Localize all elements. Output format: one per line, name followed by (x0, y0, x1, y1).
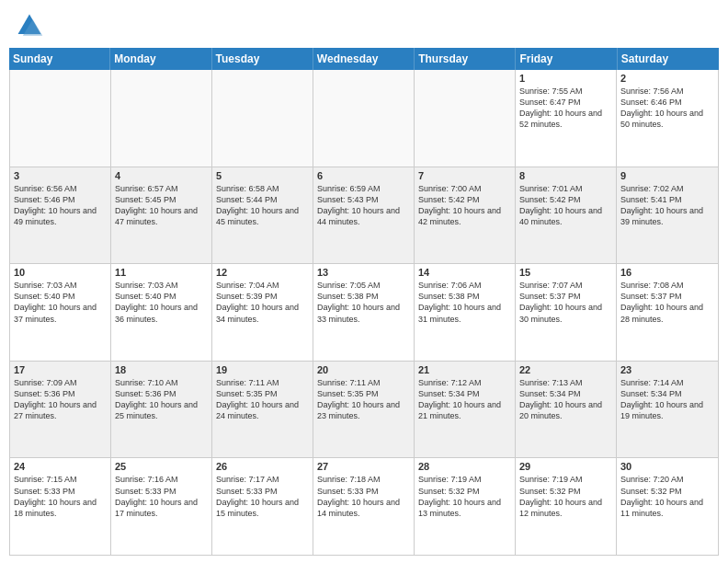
calendar-cell: 23Sunrise: 7:14 AMSunset: 5:34 PMDayligh… (617, 362, 718, 458)
calendar-cell: 24Sunrise: 7:15 AMSunset: 5:33 PMDayligh… (10, 458, 111, 555)
cell-info: Sunrise: 7:17 AMSunset: 5:33 PMDaylight:… (216, 474, 309, 519)
calendar-header: SundayMondayTuesdayWednesdayThursdayFrid… (9, 48, 719, 70)
calendar: SundayMondayTuesdayWednesdayThursdayFrid… (0, 48, 728, 563)
calendar-cell: 10Sunrise: 7:03 AMSunset: 5:40 PMDayligh… (10, 264, 111, 361)
day-number: 13 (317, 267, 410, 278)
cell-info: Sunrise: 7:01 AMSunset: 5:42 PMDaylight:… (519, 183, 612, 228)
cell-info: Sunrise: 7:12 AMSunset: 5:34 PMDaylight:… (418, 377, 511, 422)
calendar-cell: 29Sunrise: 7:19 AMSunset: 5:32 PMDayligh… (516, 458, 617, 555)
day-number: 8 (519, 170, 612, 181)
calendar-cell: 28Sunrise: 7:19 AMSunset: 5:32 PMDayligh… (415, 458, 516, 555)
day-number: 4 (115, 170, 208, 181)
calendar-cell: 19Sunrise: 7:11 AMSunset: 5:35 PMDayligh… (212, 362, 313, 458)
calendar-cell: 26Sunrise: 7:17 AMSunset: 5:33 PMDayligh… (212, 458, 313, 555)
calendar-cell (10, 70, 111, 167)
day-number: 5 (216, 170, 309, 181)
cell-info: Sunrise: 7:04 AMSunset: 5:39 PMDaylight:… (216, 280, 309, 325)
day-number: 9 (620, 170, 714, 181)
cell-info: Sunrise: 7:11 AMSunset: 5:35 PMDaylight:… (317, 377, 410, 422)
calendar-cell (111, 70, 212, 167)
day-number: 3 (14, 170, 107, 181)
cell-info: Sunrise: 7:00 AMSunset: 5:42 PMDaylight:… (418, 183, 511, 228)
weekday-header: Tuesday (212, 48, 313, 70)
cell-info: Sunrise: 7:56 AMSunset: 6:46 PMDaylight:… (620, 86, 714, 131)
cell-info: Sunrise: 7:03 AMSunset: 5:40 PMDaylight:… (14, 280, 107, 325)
calendar-row: 3Sunrise: 6:56 AMSunset: 5:46 PMDaylight… (10, 167, 718, 265)
cell-info: Sunrise: 7:07 AMSunset: 5:37 PMDaylight:… (519, 280, 612, 325)
calendar-body: 1Sunrise: 7:55 AMSunset: 6:47 PMDaylight… (9, 70, 719, 556)
calendar-cell: 4Sunrise: 6:57 AMSunset: 5:45 PMDaylight… (111, 167, 212, 264)
day-number: 25 (115, 461, 208, 472)
cell-info: Sunrise: 7:55 AMSunset: 6:47 PMDaylight:… (519, 86, 612, 131)
day-number: 24 (14, 461, 107, 472)
calendar-cell: 9Sunrise: 7:02 AMSunset: 5:41 PMDaylight… (617, 167, 718, 264)
cell-info: Sunrise: 6:56 AMSunset: 5:46 PMDaylight:… (14, 183, 107, 228)
day-number: 6 (317, 170, 410, 181)
cell-info: Sunrise: 7:18 AMSunset: 5:33 PMDaylight:… (317, 474, 410, 519)
calendar-cell: 12Sunrise: 7:04 AMSunset: 5:39 PMDayligh… (212, 264, 313, 361)
day-number: 12 (216, 267, 309, 278)
cell-info: Sunrise: 6:58 AMSunset: 5:44 PMDaylight:… (216, 183, 309, 228)
day-number: 23 (620, 364, 714, 375)
cell-info: Sunrise: 7:05 AMSunset: 5:38 PMDaylight:… (317, 280, 410, 325)
day-number: 30 (620, 461, 714, 472)
logo (15, 11, 48, 40)
day-number: 14 (418, 267, 511, 278)
weekday-header: Saturday (618, 48, 719, 70)
day-number: 19 (216, 364, 309, 375)
calendar-row: 10Sunrise: 7:03 AMSunset: 5:40 PMDayligh… (10, 264, 718, 362)
header (0, 0, 728, 48)
cell-info: Sunrise: 7:10 AMSunset: 5:36 PMDaylight:… (115, 377, 208, 422)
calendar-row: 17Sunrise: 7:09 AMSunset: 5:36 PMDayligh… (10, 362, 718, 459)
day-number: 10 (14, 267, 107, 278)
cell-info: Sunrise: 7:15 AMSunset: 5:33 PMDaylight:… (14, 474, 107, 519)
weekday-header: Sunday (9, 48, 110, 70)
cell-info: Sunrise: 7:06 AMSunset: 5:38 PMDaylight:… (418, 280, 511, 325)
calendar-cell: 1Sunrise: 7:55 AMSunset: 6:47 PMDaylight… (516, 70, 617, 167)
day-number: 29 (519, 461, 612, 472)
calendar-cell (212, 70, 313, 167)
calendar-cell: 3Sunrise: 6:56 AMSunset: 5:46 PMDaylight… (10, 167, 111, 264)
calendar-cell: 13Sunrise: 7:05 AMSunset: 5:38 PMDayligh… (313, 264, 415, 361)
day-number: 21 (418, 364, 511, 375)
calendar-cell: 5Sunrise: 6:58 AMSunset: 5:44 PMDaylight… (212, 167, 313, 264)
calendar-cell: 27Sunrise: 7:18 AMSunset: 5:33 PMDayligh… (313, 458, 415, 555)
cell-info: Sunrise: 7:16 AMSunset: 5:33 PMDaylight:… (115, 474, 208, 519)
cell-info: Sunrise: 7:09 AMSunset: 5:36 PMDaylight:… (14, 377, 107, 422)
weekday-header: Wednesday (313, 48, 415, 70)
cell-info: Sunrise: 7:02 AMSunset: 5:41 PMDaylight:… (620, 183, 714, 228)
calendar-row: 1Sunrise: 7:55 AMSunset: 6:47 PMDaylight… (10, 70, 718, 167)
calendar-row: 24Sunrise: 7:15 AMSunset: 5:33 PMDayligh… (10, 458, 718, 555)
weekday-header: Friday (516, 48, 617, 70)
day-number: 17 (14, 364, 107, 375)
calendar-cell: 18Sunrise: 7:10 AMSunset: 5:36 PMDayligh… (111, 362, 212, 458)
calendar-cell: 11Sunrise: 7:03 AMSunset: 5:40 PMDayligh… (111, 264, 212, 361)
weekday-header: Thursday (415, 48, 516, 70)
calendar-cell (313, 70, 415, 167)
calendar-cell: 7Sunrise: 7:00 AMSunset: 5:42 PMDaylight… (415, 167, 516, 264)
cell-info: Sunrise: 7:14 AMSunset: 5:34 PMDaylight:… (620, 377, 714, 422)
cell-info: Sunrise: 7:13 AMSunset: 5:34 PMDaylight:… (519, 377, 612, 422)
calendar-cell: 30Sunrise: 7:20 AMSunset: 5:32 PMDayligh… (617, 458, 718, 555)
calendar-cell: 14Sunrise: 7:06 AMSunset: 5:38 PMDayligh… (415, 264, 516, 361)
calendar-cell: 16Sunrise: 7:08 AMSunset: 5:37 PMDayligh… (617, 264, 718, 361)
logo-icon (15, 11, 44, 40)
day-number: 1 (519, 73, 612, 84)
day-number: 27 (317, 461, 410, 472)
cell-info: Sunrise: 7:03 AMSunset: 5:40 PMDaylight:… (115, 280, 208, 325)
cell-info: Sunrise: 7:08 AMSunset: 5:37 PMDaylight:… (620, 280, 714, 325)
day-number: 18 (115, 364, 208, 375)
calendar-cell: 15Sunrise: 7:07 AMSunset: 5:37 PMDayligh… (516, 264, 617, 361)
cell-info: Sunrise: 6:59 AMSunset: 5:43 PMDaylight:… (317, 183, 410, 228)
calendar-cell: 25Sunrise: 7:16 AMSunset: 5:33 PMDayligh… (111, 458, 212, 555)
calendar-cell: 6Sunrise: 6:59 AMSunset: 5:43 PMDaylight… (313, 167, 415, 264)
page: SundayMondayTuesdayWednesdayThursdayFrid… (0, 0, 728, 563)
day-number: 7 (418, 170, 511, 181)
day-number: 15 (519, 267, 612, 278)
calendar-cell (415, 70, 516, 167)
day-number: 20 (317, 364, 410, 375)
calendar-cell: 20Sunrise: 7:11 AMSunset: 5:35 PMDayligh… (313, 362, 415, 458)
calendar-cell: 21Sunrise: 7:12 AMSunset: 5:34 PMDayligh… (415, 362, 516, 458)
calendar-cell: 8Sunrise: 7:01 AMSunset: 5:42 PMDaylight… (516, 167, 617, 264)
day-number: 28 (418, 461, 511, 472)
